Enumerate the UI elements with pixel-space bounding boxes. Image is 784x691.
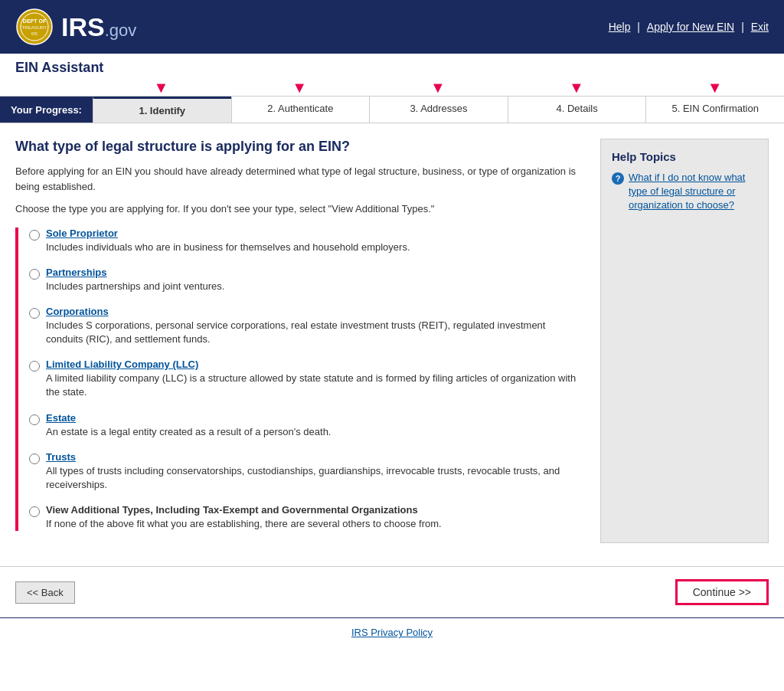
svg-text:IRS: IRS [31, 31, 38, 36]
option-partnerships: Partnerships Includes partnerships and j… [29, 267, 585, 293]
option-trusts: Trusts All types of trusts including con… [29, 451, 585, 492]
label-llc[interactable]: Limited Liability Company (LLC) [46, 359, 585, 370]
option-corporations: Corporations Includes S corporations, pe… [29, 306, 585, 346]
content-area: What type of legal structure is applying… [15, 139, 585, 543]
site-header: DEPT OF TREASURY IRS IRS.gov Help | Appl… [0, 0, 784, 54]
svg-text:TREASURY: TREASURY [22, 25, 47, 30]
label-additional-types[interactable]: View Additional Types, Including Tax-Exe… [46, 504, 442, 516]
help-topic-item: ? What if I do not know what type of leg… [612, 171, 757, 213]
step-identify[interactable]: 1. Identify [93, 97, 231, 123]
step3-arrow: ▼ [430, 80, 446, 95]
logo-area: DEPT OF TREASURY IRS IRS.gov [15, 8, 136, 46]
step-ein-confirmation[interactable]: 5. EIN Confirmation [645, 97, 784, 123]
option-llc: Limited Liability Company (LLC) A limite… [29, 359, 585, 399]
desc-llc: A limited liability company (LLC) is a s… [46, 372, 576, 398]
label-sole-proprietor[interactable]: Sole Proprietor [46, 228, 410, 239]
logo-text: IRS.gov [61, 12, 136, 42]
irs-seal-icon: DEPT OF TREASURY IRS [15, 8, 54, 46]
help-topics-title: Help Topics [612, 150, 757, 163]
desc-sole-proprietor: Includes individuals who are in business… [46, 241, 410, 253]
step-authenticate[interactable]: 2. Authenticate [231, 97, 370, 123]
privacy-policy-link[interactable]: IRS Privacy Policy [351, 627, 433, 638]
intro-text-2: Choose the type you are applying for. If… [15, 201, 585, 217]
apply-for-new-ein-link[interactable]: Apply for New EIN [647, 21, 734, 33]
step-details[interactable]: 4. Details [508, 97, 646, 123]
label-partnerships[interactable]: Partnerships [46, 267, 224, 278]
step1-arrow: ▼ [154, 80, 169, 95]
svg-text:DEPT OF: DEPT OF [23, 18, 47, 24]
radio-estate[interactable] [29, 414, 40, 425]
intro-text-1: Before applying for an EIN you should ha… [15, 164, 585, 194]
desc-corporations: Includes S corporations, personal servic… [46, 319, 545, 345]
radio-corporations[interactable] [29, 308, 40, 319]
arrows-row: ▼ ▼ ▼ ▼ ▼ [0, 79, 784, 96]
option-additional-types: View Additional Types, Including Tax-Exe… [29, 504, 585, 531]
step4-arrow: ▼ [569, 80, 584, 95]
back-button[interactable]: << Back [15, 581, 75, 604]
header-nav: Help | Apply for New EIN | Exit [609, 21, 769, 33]
progress-steps: Your Progress: 1. Identify 2. Authentica… [0, 96, 784, 123]
button-bar: << Back Continue >> [0, 566, 784, 617]
help-sidebar: Help Topics ? What if I do not know what… [600, 139, 769, 543]
help-link[interactable]: Help [609, 21, 631, 33]
ein-assistant-title: EIN Assistant [0, 54, 784, 79]
step5-arrow: ▼ [707, 80, 723, 95]
option-sole-proprietor: Sole Proprietor Includes individuals who… [29, 228, 585, 254]
radio-sole-proprietor[interactable] [29, 230, 40, 241]
step2-arrow: ▼ [292, 80, 307, 95]
desc-partnerships: Includes partnerships and joint ventures… [46, 280, 224, 292]
desc-estate: An estate is a legal entity created as a… [46, 426, 331, 437]
radio-partnerships[interactable] [29, 269, 40, 280]
label-corporations[interactable]: Corporations [46, 306, 585, 317]
desc-additional-types: If none of the above fit what you are es… [46, 518, 442, 529]
progress-area: EIN Assistant ▼ ▼ ▼ ▼ ▼ Your Progress: 1… [0, 54, 784, 123]
site-footer: IRS Privacy Policy [0, 617, 784, 646]
step-addresses[interactable]: 3. Addresses [369, 97, 508, 123]
exit-link[interactable]: Exit [751, 21, 769, 33]
label-trusts[interactable]: Trusts [46, 451, 585, 463]
help-question-icon: ? [612, 172, 624, 185]
desc-trusts: All types of trusts including conservato… [46, 465, 560, 490]
radio-trusts[interactable] [29, 454, 40, 464]
radio-additional-types[interactable] [29, 506, 40, 517]
options-container: Sole Proprietor Includes individuals who… [15, 228, 585, 532]
option-estate: Estate An estate is a legal entity creat… [29, 412, 585, 439]
progress-label: Your Progress: [0, 97, 93, 123]
continue-button[interactable]: Continue >> [675, 579, 769, 605]
main-content: What type of legal structure is applying… [0, 123, 784, 558]
label-estate[interactable]: Estate [46, 412, 331, 424]
radio-llc[interactable] [29, 361, 40, 372]
page-heading: What type of legal structure is applying… [15, 139, 585, 155]
help-topic-link[interactable]: What if I do not know what type of legal… [629, 171, 757, 213]
